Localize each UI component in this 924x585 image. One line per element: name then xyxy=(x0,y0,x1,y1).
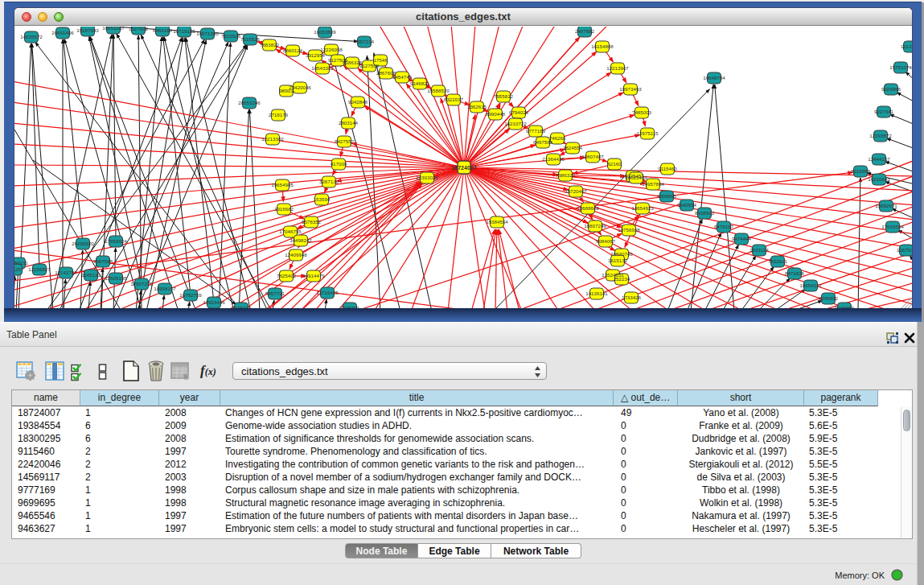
svg-text:12923446: 12923446 xyxy=(203,299,225,305)
svg-text:153594: 153594 xyxy=(314,196,331,202)
svg-text:1615132: 1615132 xyxy=(608,257,628,263)
svg-text:7357214: 7357214 xyxy=(355,39,375,44)
svg-text:26206520: 26206520 xyxy=(72,241,94,246)
svg-text:16648784: 16648784 xyxy=(703,75,725,80)
svg-text:4350211: 4350211 xyxy=(14,260,28,266)
svg-text:20053346: 20053346 xyxy=(238,100,261,105)
svg-text:1267533: 1267533 xyxy=(897,247,912,253)
svg-text:6466160: 6466160 xyxy=(153,27,173,33)
svg-text:12093872: 12093872 xyxy=(869,133,892,138)
svg-text:15692971: 15692971 xyxy=(875,203,897,208)
svg-text:15720407: 15720407 xyxy=(565,188,587,194)
svg-text:9474444: 9474444 xyxy=(732,236,752,241)
svg-text:10025433: 10025433 xyxy=(625,175,647,180)
svg-text:22303025: 22303025 xyxy=(416,175,438,180)
svg-text:10807487: 10807487 xyxy=(581,154,604,159)
svg-text:17959924: 17959924 xyxy=(105,238,127,244)
svg-text:391257: 391257 xyxy=(14,266,24,272)
svg-text:12156827: 12156827 xyxy=(28,266,51,272)
svg-text:9127508: 9127508 xyxy=(359,63,380,68)
svg-text:16520746: 16520746 xyxy=(610,251,633,257)
svg-text:14035572: 14035572 xyxy=(20,34,43,39)
svg-text:34498242: 34498242 xyxy=(290,237,312,243)
svg-text:16210722: 16210722 xyxy=(504,121,527,126)
svg-text:8427552: 8427552 xyxy=(335,138,355,144)
svg-text:2933114: 2933114 xyxy=(749,247,769,253)
svg-text:1312541: 1312541 xyxy=(901,43,912,49)
svg-text:12444157: 12444157 xyxy=(868,156,890,162)
svg-text:8938923: 8938923 xyxy=(695,210,715,216)
svg-text:7625402: 7625402 xyxy=(277,273,297,278)
svg-text:9227341: 9227341 xyxy=(874,109,894,114)
svg-text:8990448: 8990448 xyxy=(486,111,506,117)
svg-text:10653267: 10653267 xyxy=(102,27,125,31)
svg-text:21364436: 21364436 xyxy=(542,156,565,162)
svg-text:19187943: 19187943 xyxy=(76,27,99,33)
svg-text:5578352: 5578352 xyxy=(302,219,322,225)
svg-text:12409948: 12409948 xyxy=(285,252,307,257)
svg-text:14914479: 14914479 xyxy=(302,273,325,278)
svg-text:7663822: 7663822 xyxy=(260,42,280,47)
svg-text:9457791: 9457791 xyxy=(265,290,285,296)
svg-text:6794028: 6794028 xyxy=(509,109,529,115)
svg-text:17142757: 17142757 xyxy=(55,270,77,275)
svg-text:6322037: 6322037 xyxy=(444,97,464,102)
svg-text:98901: 98901 xyxy=(279,88,294,93)
svg-text:16053809: 16053809 xyxy=(314,29,336,35)
svg-text:6479197: 6479197 xyxy=(714,224,734,229)
svg-text:12213382: 12213382 xyxy=(261,136,284,142)
svg-text:19654985: 19654985 xyxy=(271,182,294,187)
svg-text:20691406: 20691406 xyxy=(51,30,74,35)
svg-text:9115460: 9115460 xyxy=(658,166,677,171)
svg-text:1733426: 1733426 xyxy=(622,295,642,300)
svg-text:2487682: 2487682 xyxy=(575,28,595,34)
svg-text:14957864: 14957864 xyxy=(642,181,664,187)
svg-text:417008: 417008 xyxy=(331,161,347,167)
svg-text:16154808: 16154808 xyxy=(591,43,614,49)
svg-text:8660124: 8660124 xyxy=(283,47,303,53)
svg-text:15751074: 15751074 xyxy=(889,64,912,70)
svg-text:10719185: 10719185 xyxy=(173,28,195,34)
svg-text:7515526: 7515526 xyxy=(240,36,261,42)
svg-text:12213967: 12213967 xyxy=(606,65,629,71)
svg-text:9146821: 9146821 xyxy=(410,80,430,86)
svg-text:9245701: 9245701 xyxy=(340,305,360,308)
svg-text:19384554: 19384554 xyxy=(486,219,508,225)
svg-text:10543382: 10543382 xyxy=(311,65,334,71)
svg-text:17957225: 17957225 xyxy=(130,281,153,286)
svg-text:8215958: 8215958 xyxy=(851,168,871,174)
svg-text:12226058: 12226058 xyxy=(320,47,343,52)
svg-text:1527602: 1527602 xyxy=(129,27,149,31)
svg-text:3267130: 3267130 xyxy=(319,179,339,184)
svg-text:10654112: 10654112 xyxy=(799,282,822,288)
svg-text:9777169: 9777169 xyxy=(526,128,546,134)
svg-text:8471636: 8471636 xyxy=(785,270,805,276)
svg-text:9699695: 9699695 xyxy=(657,193,677,199)
svg-text:17046755: 17046755 xyxy=(279,229,302,234)
svg-text:7955812: 7955812 xyxy=(494,93,514,99)
svg-text:9242848: 9242848 xyxy=(348,99,368,105)
svg-text:17546: 17546 xyxy=(373,57,388,63)
svg-text:10756928: 10756928 xyxy=(618,227,640,233)
svg-text:13716485: 13716485 xyxy=(316,290,339,295)
svg-text:17016504: 17016504 xyxy=(881,224,904,229)
svg-text:252234: 252234 xyxy=(614,276,630,282)
svg-text:7632621: 7632621 xyxy=(768,258,788,264)
svg-text:3624554: 3624554 xyxy=(563,145,583,150)
svg-text:18807249: 18807249 xyxy=(584,223,606,229)
svg-text:9245653: 9245653 xyxy=(835,305,855,308)
svg-text:9329966: 9329966 xyxy=(881,86,901,92)
svg-text:10973493: 10973493 xyxy=(619,86,642,92)
svg-text:2803144: 2803144 xyxy=(339,120,359,126)
svg-text:9245652: 9245652 xyxy=(819,295,839,301)
svg-text:9997588: 9997588 xyxy=(93,258,113,264)
svg-text:12505195: 12505195 xyxy=(105,275,127,281)
svg-text:1640954: 1640954 xyxy=(677,202,697,208)
svg-text:2718179: 2718179 xyxy=(269,112,289,117)
svg-text:15588520: 15588520 xyxy=(427,88,450,93)
svg-text:1145131: 1145131 xyxy=(81,272,101,278)
svg-text:9084067: 9084067 xyxy=(596,238,616,244)
svg-text:10688609: 10688609 xyxy=(577,205,599,211)
svg-text:3912954: 3912954 xyxy=(306,52,326,58)
svg-text:18724007: 18724007 xyxy=(451,165,476,171)
